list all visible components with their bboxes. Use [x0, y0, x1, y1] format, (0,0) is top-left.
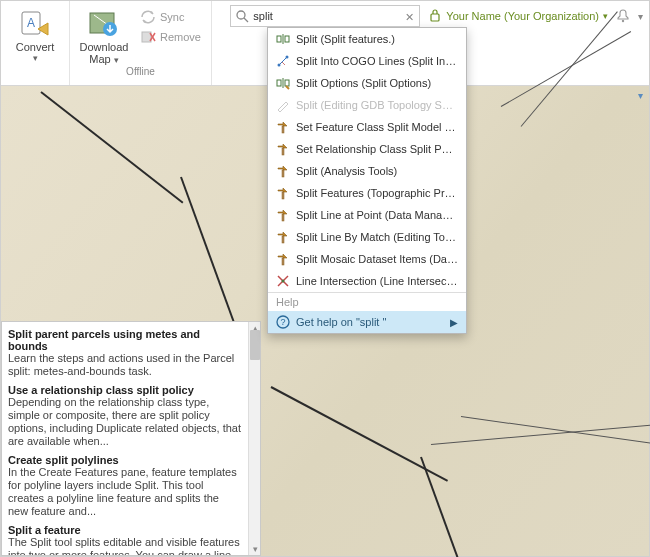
- dropdown-caret-icon: ▾: [33, 53, 38, 63]
- result-icon: [276, 164, 290, 178]
- scroll-thumb[interactable]: [250, 330, 260, 360]
- group-label-offline: Offline: [76, 66, 205, 80]
- notifications-button[interactable]: [616, 9, 630, 23]
- scroll-down-button[interactable]: ▾: [249, 543, 261, 555]
- svg-text:A: A: [27, 16, 35, 30]
- svg-point-7: [237, 11, 245, 19]
- user-caret-icon: ▾: [603, 11, 608, 21]
- result-label: Split Into COGO Lines (Split Into COGO L…: [296, 55, 458, 67]
- svg-rect-19: [285, 80, 289, 86]
- remove-label: Remove: [160, 31, 201, 43]
- user-button[interactable]: Your Name (Your Organization) ▾: [428, 9, 608, 23]
- result-label: Split Line By Match (Editing Tools): [296, 231, 458, 243]
- download-map-button[interactable]: Download Map ▾: [76, 5, 132, 67]
- search-result-item[interactable]: Split Line at Point (Data Management Too…: [268, 204, 466, 226]
- result-label: Split Options (Split Options): [296, 77, 431, 89]
- user-label: Your Name (Your Organization): [446, 10, 599, 22]
- result-icon: [276, 230, 290, 244]
- help-title: Use a relationship class split policy: [8, 384, 242, 396]
- result-label: Split (Analysis Tools): [296, 165, 397, 177]
- search-result-item[interactable]: Split Mosaic Dataset Items (Data Managem…: [268, 248, 466, 270]
- svg-rect-22: [282, 148, 284, 155]
- result-label: Set Feature Class Split Model (Data Mana…: [296, 121, 458, 133]
- help-snippet: Learn the steps and actions used in the …: [8, 352, 242, 378]
- help-snippet: Depending on the relationship class type…: [8, 396, 242, 448]
- result-icon: [276, 252, 290, 266]
- download-map-icon: [88, 7, 120, 39]
- search-result-item[interactable]: Set Feature Class Split Model (Data Mana…: [268, 116, 466, 138]
- get-help-item[interactable]: ? Get help on "split " ▶: [268, 311, 466, 333]
- help-result-item[interactable]: Use a relationship class split policyDep…: [8, 384, 242, 448]
- search-result-item[interactable]: Split Options (Split Options): [268, 72, 466, 94]
- search-result-item[interactable]: Split Features (Topographic Production T…: [268, 182, 466, 204]
- help-result-item[interactable]: Create split polylinesIn the Create Feat…: [8, 454, 242, 518]
- help-title: Split parent parcels using metes and bou…: [8, 328, 242, 352]
- download-label-2: Map ▾: [89, 53, 118, 65]
- top-right-area: ✕ Your Name (Your Organization) ▾ ▾: [230, 1, 643, 31]
- svg-rect-27: [282, 258, 284, 265]
- help-result-item[interactable]: Split a featureThe Split tool splits edi…: [8, 524, 242, 555]
- user-signed-in-icon: [428, 9, 442, 23]
- help-snippet: In the Create Features pane, feature tem…: [8, 466, 242, 518]
- ribbon-group-offline: Download Map ▾ Sync Remove Offline: [70, 1, 212, 85]
- result-label: Set Relationship Class Split Policy (Dat…: [296, 143, 458, 155]
- search-result-item[interactable]: Split (Split features.): [268, 28, 466, 50]
- result-label: Split (Split features.): [296, 33, 395, 45]
- app-window: A Convert ▾ Download Map ▾ Sync: [0, 0, 650, 557]
- search-input[interactable]: [253, 10, 405, 22]
- result-icon: [276, 54, 290, 68]
- convert-icon: A: [19, 7, 51, 39]
- svg-line-17: [282, 62, 285, 65]
- clear-search-button[interactable]: ✕: [405, 11, 415, 21]
- result-label: Split Features (Topographic Production T…: [296, 187, 458, 199]
- result-label: Split Line at Point (Data Management Too…: [296, 209, 458, 221]
- remove-button[interactable]: Remove: [136, 27, 205, 47]
- result-icon: [276, 208, 290, 222]
- map-options-caret[interactable]: ▾: [638, 90, 643, 101]
- bell-icon: [616, 9, 630, 23]
- convert-button[interactable]: A Convert ▾: [7, 5, 63, 65]
- search-icon: [235, 9, 249, 23]
- svg-rect-26: [282, 236, 284, 243]
- search-result-item[interactable]: Line Intersection (Line Intersection): [268, 270, 466, 292]
- svg-line-8: [244, 18, 248, 22]
- sync-button[interactable]: Sync: [136, 7, 205, 27]
- search-result-item: Split (Editing GDB Topology Split Featur…: [268, 94, 466, 116]
- help-result-item[interactable]: Split parent parcels using metes and bou…: [8, 328, 242, 378]
- svg-rect-12: [285, 36, 289, 42]
- remove-icon: [140, 29, 156, 45]
- result-icon: [276, 142, 290, 156]
- ribbon-group-convert: A Convert ▾: [1, 1, 70, 85]
- sync-label: Sync: [160, 11, 184, 23]
- result-icon: [276, 186, 290, 200]
- help-results-list: Split parent parcels using metes and bou…: [2, 322, 248, 555]
- svg-point-10: [622, 20, 624, 22]
- svg-rect-23: [282, 170, 284, 177]
- svg-line-16: [279, 57, 287, 65]
- help-scrollbar[interactable]: ▴ ▾: [248, 322, 260, 555]
- sync-icon: [140, 9, 156, 25]
- help-title: Create split polylines: [8, 454, 242, 466]
- search-box[interactable]: ✕: [230, 5, 420, 27]
- search-result-item[interactable]: Split Into COGO Lines (Split Into COGO L…: [268, 50, 466, 72]
- search-result-item[interactable]: Set Relationship Class Split Policy (Dat…: [268, 138, 466, 160]
- get-help-label: Get help on "split ": [296, 316, 386, 328]
- svg-point-30: [282, 280, 285, 283]
- convert-label: Convert: [16, 41, 55, 53]
- group-label-blank: [7, 66, 63, 80]
- svg-rect-25: [282, 214, 284, 221]
- dropdown-help-header: Help: [268, 293, 466, 311]
- result-icon: [276, 274, 290, 288]
- app-menu-button[interactable]: ▾: [638, 11, 643, 22]
- help-icon: ?: [276, 315, 290, 329]
- svg-rect-18: [277, 80, 281, 86]
- help-snippet: The Split tool splits editable and visib…: [8, 536, 242, 555]
- result-icon: [276, 98, 290, 112]
- result-icon: [276, 32, 290, 46]
- search-result-item[interactable]: Split (Analysis Tools): [268, 160, 466, 182]
- result-label: Split (Editing GDB Topology Split Featur…: [296, 99, 458, 111]
- svg-rect-24: [282, 192, 284, 199]
- help-results-panel: Split parent parcels using metes and bou…: [1, 321, 261, 556]
- search-result-item[interactable]: Split Line By Match (Editing Tools): [268, 226, 466, 248]
- svg-rect-21: [282, 126, 284, 133]
